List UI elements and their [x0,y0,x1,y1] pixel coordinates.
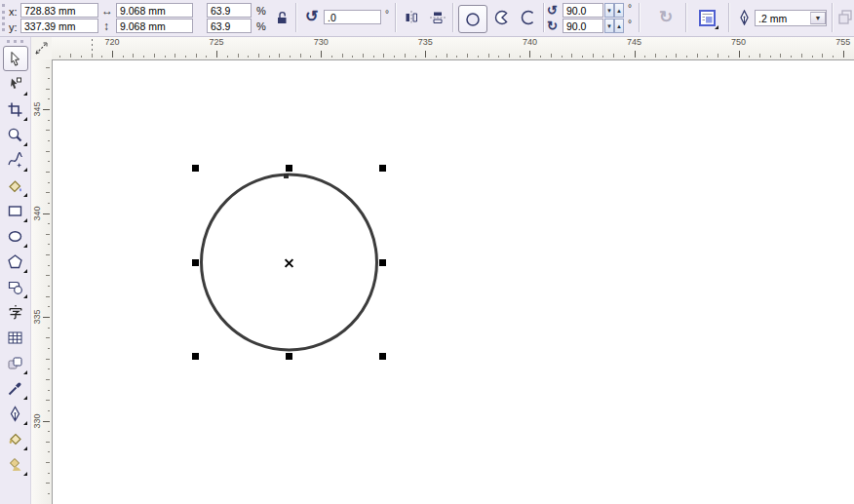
ruler-tick [352,56,353,58]
ruler-tick [707,56,708,58]
ruler-tick [46,89,50,90]
blend-tool[interactable] [3,350,28,375]
ruler-tick [529,51,530,58]
toolbar-separator [295,3,297,32]
ruler-tick [509,54,510,58]
object-width-icon: ↔ [101,5,113,17]
toolbar-separator [639,3,640,32]
ruler-tick [791,56,792,58]
ending-angle-spinner-down[interactable]: ▼ [604,19,614,33]
text-tool[interactable] [3,299,28,325]
ruler-tick [46,192,50,193]
freehand-tool[interactable] [3,147,28,173]
ruler-tick [456,56,457,58]
scale-y-field[interactable] [207,19,252,33]
ruler-tick [520,56,521,58]
ruler-tick [46,172,50,173]
shape-tool-icon [7,76,23,93]
ruler-tick [258,54,259,58]
zoom-tool[interactable] [3,122,28,147]
selection-handle[interactable] [379,165,386,172]
ruler-tick [697,54,698,58]
object-height-field[interactable] [116,19,193,33]
pick-tool-icon [7,51,23,67]
pick-tool[interactable] [3,46,28,71]
selection-handle[interactable] [286,165,292,172]
smart-fill-tool[interactable] [3,173,28,198]
starting-angle-spinner-up[interactable]: ▲ [614,3,624,18]
flyout-indicator [23,472,27,476]
smart-fill-tool-icon [7,177,23,194]
ruler-tick [467,54,468,58]
starting-angle-icon: ↺ [547,4,558,17]
ellipse-mode-button[interactable] [458,5,487,33]
rotation-angle-field[interactable] [324,10,381,24]
interactive-fill-tool[interactable] [3,451,28,477]
ruler-tick [644,56,645,58]
toolbar-separator [452,3,454,32]
selected-circle[interactable] [53,60,854,504]
scale-x-field[interactable] [207,3,252,18]
selection-handle[interactable] [379,353,386,360]
toolbar-gripper[interactable] [2,4,8,31]
starting-angle-spinner-down[interactable]: ▼ [604,3,614,18]
lock-ratio-button[interactable] [274,10,290,26]
rectangle-tool[interactable] [3,198,28,223]
pie-mode-button[interactable] [490,7,514,28]
ruler-label: 740 [523,37,537,47]
horizontal-ruler[interactable]: 720725730735740745750755 [30,36,854,59]
crop-tool[interactable] [3,97,28,122]
ruler-tick [655,54,656,58]
fill-tool[interactable] [3,426,28,451]
x-position-field[interactable] [20,3,98,18]
ruler-tick [206,56,207,58]
table-tool[interactable] [3,325,28,350]
mirror-horizontal-button[interactable] [400,7,422,28]
ruler-tick [373,56,374,58]
starting-angle-degree: ° [628,3,632,14]
ruler-tick [154,54,155,58]
y-position-label: y: [9,21,18,33]
selection-handle[interactable] [192,259,199,266]
ellipse-path-node[interactable] [284,174,289,178]
basic-shapes-tool[interactable] [3,274,28,299]
ruler-tick [405,54,406,58]
toolbox-gripper[interactable] [7,40,23,43]
object-width-field[interactable] [116,3,193,18]
ruler-origin-corner[interactable] [30,36,52,59]
arc-mode-button[interactable] [517,7,540,28]
outline-pen-tool[interactable] [3,401,28,426]
ellipse-tool[interactable] [3,223,28,249]
selection-handle[interactable] [192,353,199,360]
fill-tool-icon [7,431,23,447]
freehand-tool-icon [7,152,23,169]
selection-handle[interactable] [379,259,386,266]
ruler-tick [415,56,416,58]
polygon-tool[interactable] [3,249,28,274]
shape-tool[interactable] [3,71,28,97]
ending-angle-field[interactable] [563,19,603,33]
ruler-tick [48,223,50,224]
ruler-tick [46,130,50,131]
vertical-ruler[interactable]: 345340335330 [30,59,52,504]
ruler-tick [540,56,541,58]
starting-angle-field[interactable] [563,3,603,18]
selection-handle[interactable] [192,165,199,172]
outline-width-dropdown-button[interactable]: ▼ [810,12,826,24]
ruler-tick [46,400,50,401]
selection-center-marker[interactable] [284,257,294,268]
ending-angle-spinner-up[interactable]: ▲ [614,19,624,33]
mirror-vertical-button[interactable] [426,7,448,28]
drawing-canvas[interactable] [52,59,854,504]
selection-handle[interactable] [286,353,292,360]
flyout-indicator [23,396,27,400]
rotation-icon: ↺ [305,9,318,24]
eyedropper-tool[interactable] [3,375,28,401]
ruler-tick [613,54,614,58]
ruler-tick [383,54,384,58]
y-position-field[interactable] [20,19,98,33]
wrap-text-button[interactable] [694,6,719,30]
flyout-indicator [23,244,27,248]
ruler-tick [602,56,603,58]
ruler-tick [43,213,50,214]
